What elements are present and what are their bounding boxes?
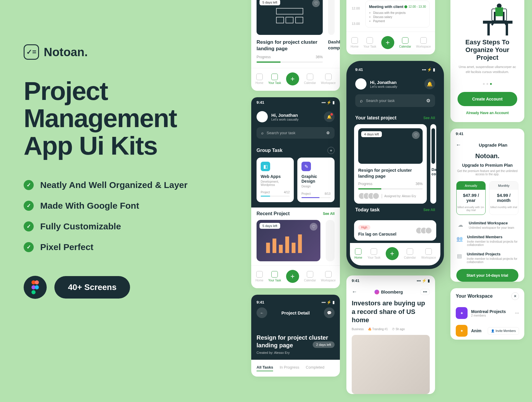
see-all-link[interactable]: See All <box>323 212 335 216</box>
workspace-item[interactable]: ✦ Anim 👤 Invite Members <box>450 322 524 340</box>
screen-upgrade: 9:41 ← Upgrade Plan Notoan. Upgrade to P… <box>450 129 524 282</box>
search-icon: ⌕ <box>261 131 264 135</box>
see-all-link[interactable]: See All <box>423 116 435 120</box>
start-trial-button[interactable]: Start your 14-days trial <box>456 269 518 282</box>
upgrade-desc: Get the premium feature and get the unli… <box>456 169 518 176</box>
upgrade-sub: Upgrade to Premium Plan <box>456 163 518 168</box>
news-headline: Investors are buying up a record share o… <box>346 299 435 328</box>
group-card-webapps[interactable]: ◧ Web Apps Development, Wordpress Projec… <box>257 158 294 202</box>
section-latest-project: Your latest project <box>355 115 396 121</box>
nav-calendar[interactable]: Calendar <box>404 248 416 259</box>
assigned-by: Assigned by: Alesso Ery <box>384 194 416 198</box>
today-task-card[interactable]: High Fix lag on Carousel <box>354 220 436 241</box>
nav-add-button[interactable]: + <box>286 72 299 85</box>
heart-icon[interactable]: ♡ <box>312 0 320 7</box>
project-title: Resign for project cluster landing page <box>257 39 323 52</box>
screens-count-badge: 40+ Screens <box>54 276 130 299</box>
onboarding-title: Easy Steps To Organize Your Project <box>458 38 517 61</box>
feature-text: Fully Customizable <box>40 221 121 231</box>
cube-icon: ◧ <box>261 162 270 171</box>
search-icon: ⌕ <box>360 98 363 103</box>
invite-members-button[interactable]: 👤 Invite Members <box>488 327 519 335</box>
headline: Project Management App Ui Kits <box>24 77 225 159</box>
nav-add-button[interactable]: + <box>386 247 399 260</box>
days-left-badge: 5 days left <box>259 0 280 5</box>
document-icon: ▤ <box>456 252 463 260</box>
filter-icon[interactable]: ⚙ <box>326 131 330 135</box>
nav-home[interactable]: Home <box>354 248 362 259</box>
recent-project-card[interactable]: 5 days left ♡ <box>257 220 320 261</box>
upgrade-header: Upgrade Plan <box>479 142 507 147</box>
tab-in-progress[interactable]: In Progress <box>280 365 299 371</box>
project-image: 5 days left ♡ <box>257 0 323 35</box>
feature-text: Neatly And Well Organized & Layer <box>40 180 187 190</box>
tab-all-tasks[interactable]: All Tasks <box>257 365 273 371</box>
nav-add-button[interactable]: + <box>286 270 299 283</box>
svg-rect-15 <box>483 21 512 24</box>
back-button[interactable]: ← <box>257 307 267 318</box>
nav-workspace[interactable]: Workspace <box>321 271 336 282</box>
filter-icon[interactable]: ⚙ <box>426 98 430 103</box>
user-avatar[interactable] <box>355 78 366 90</box>
close-icon[interactable]: ✕ <box>511 292 519 300</box>
nav-home[interactable]: Home <box>255 271 263 282</box>
nav-home[interactable]: Home <box>351 37 359 48</box>
screen-onboarding: Easy Steps To Organize Your Project Urna… <box>450 0 524 122</box>
status-time: 9:41 <box>257 100 264 105</box>
nav-workspace[interactable]: Workspace <box>416 37 431 48</box>
nav-calendar[interactable]: Calendar <box>399 37 411 48</box>
news-source: Bloomberg <box>374 290 403 294</box>
section-today-task: Today task <box>355 207 379 213</box>
news-category: Business <box>352 328 364 331</box>
user-avatar[interactable] <box>257 111 268 122</box>
section-group-task: Group Task <box>257 148 283 153</box>
workspace-item[interactable]: ✦ Montreal Projects2 members ••• <box>450 304 524 322</box>
nav-workspace[interactable]: Workspace <box>421 248 436 259</box>
add-group-button[interactable]: + <box>327 147 335 154</box>
workspace-title: Your Workspace <box>456 294 493 299</box>
progress-label: Progress <box>257 55 271 59</box>
nav-add-button[interactable]: + <box>381 36 394 49</box>
cloud-icon: ☁ <box>456 221 465 229</box>
device-frame: 9:41••• ⚡ ▮ Hi, JonathanLet's work casua… <box>346 61 444 269</box>
task-name: Fix lag on Carousel <box>358 232 396 236</box>
brand-logo-icon: ✓= <box>24 44 39 60</box>
feature-text: Pixel Perfect <box>40 242 93 252</box>
tab-completed[interactable]: Completed <box>306 365 325 371</box>
nav-task[interactable]: Your Task <box>368 248 380 259</box>
nav-task[interactable]: Your Task <box>268 74 281 85</box>
check-icon: ✓ <box>24 201 34 211</box>
status-icons: ••• ⚡ ▮ <box>322 100 335 105</box>
screen-group-task: 9:41••• ⚡ ▮ Hi, JonathanLet's work casua… <box>251 97 340 288</box>
nav-task[interactable]: Your Task <box>364 37 376 48</box>
nav-home[interactable]: Home <box>255 74 263 85</box>
workspace-icon: ✦ <box>456 325 468 337</box>
nav-task[interactable]: Your Task <box>268 271 281 282</box>
latest-project-card[interactable]: 4 days left ♡ Resign for project cluster… <box>354 124 427 204</box>
meeting-title: Meeting with client <box>369 4 403 9</box>
greeting: Hi, Jonathan <box>271 113 320 118</box>
back-button[interactable]: ← <box>456 142 461 148</box>
meeting-card[interactable]: Meeting with client12.00 - 13.30 Discuss… <box>365 1 430 27</box>
search-input[interactable]: ⌕ Search your task ⚙ <box>355 94 435 107</box>
plan-annually[interactable]: Annually $47.99 / year billed annually w… <box>456 181 486 215</box>
heart-icon[interactable]: ♡ <box>412 131 420 139</box>
brand-name: Notoan. <box>456 152 518 160</box>
nav-workspace[interactable]: Workspace <box>321 74 336 85</box>
svg-rect-9 <box>266 243 270 253</box>
create-account-button[interactable]: Create Account <box>458 92 517 106</box>
brand-name: Notoan. <box>44 46 88 59</box>
nav-calendar[interactable]: Calendar <box>304 74 316 85</box>
notification-icon[interactable]: 🔔 <box>424 79 435 89</box>
notification-icon[interactable]: 🔔 <box>324 111 335 122</box>
search-input[interactable]: ⌕ Search your task ⚙ <box>257 127 335 139</box>
svg-rect-10 <box>273 239 276 253</box>
plan-monthly[interactable]: Monthly $4.99 / month billed monthly wit… <box>489 181 518 215</box>
chat-icon[interactable]: 💬 <box>324 307 335 318</box>
nav-calendar[interactable]: Calendar <box>304 271 316 282</box>
already-account-link[interactable]: Already Have an Account <box>458 111 517 115</box>
more-icon[interactable]: ••• <box>420 289 430 295</box>
group-card-design[interactable]: ✎ Graphic Design Design Project8/13 <box>297 158 335 202</box>
back-button[interactable]: ← <box>352 289 357 295</box>
section-recent: Recent Project <box>257 211 290 216</box>
